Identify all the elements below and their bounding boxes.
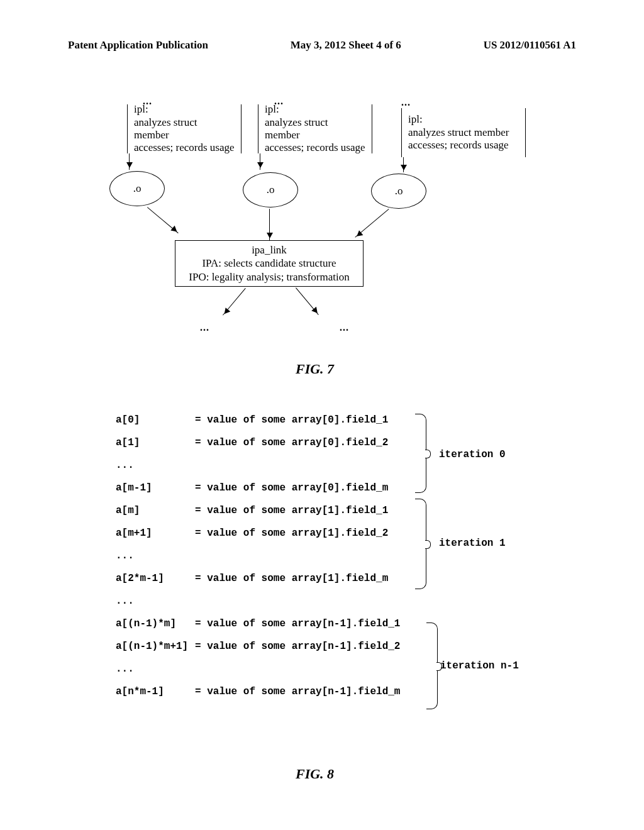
- arrow-down-icon: [403, 157, 404, 172]
- ipl-line1: ipl:: [265, 103, 365, 116]
- ipl-box: ipl: analyzes struct member accesses; re…: [401, 108, 526, 157]
- ipa-line3: IPO: legality analysis; transformation: [189, 270, 349, 284]
- code-row: a[m+1]= value of some array[1].field_2: [116, 528, 556, 538]
- code-lhs: a[0]: [116, 415, 195, 425]
- code-rhs: = value of some array[0].field_2: [195, 438, 388, 448]
- dots-icon: ...: [401, 97, 411, 108]
- ipl-line1: ipl:: [134, 103, 235, 116]
- brace-label: iteration 1: [439, 538, 506, 549]
- ipa-link-box: ipa_link IPA: selects candidate structur…: [175, 240, 364, 287]
- brace-icon: [426, 622, 438, 709]
- ipl-line3: accesses; records usage: [408, 139, 519, 152]
- code-lhs: a[(n-1)*m]: [116, 619, 195, 629]
- code-lhs: a[2*m-1]: [116, 573, 195, 584]
- arrow-down-icon: [260, 153, 260, 170]
- code-rhs: = value of some array[1].field_m: [195, 573, 388, 584]
- ipl-box: ipl: analyzes struct member accesses; re…: [258, 104, 372, 153]
- code-lhs: ...: [116, 664, 195, 674]
- code-lhs: ...: [116, 551, 195, 561]
- code-lhs: a[n*m-1]: [116, 687, 195, 697]
- code-rhs: = value of some array[1].field_2: [195, 528, 388, 538]
- arrow-connector-icon: [355, 209, 389, 238]
- figure-7-caption: FIG. 7: [296, 361, 334, 377]
- code-row: a[m-1]= value of some array[0].field_m: [116, 483, 556, 493]
- code-rhs: = value of some array[n-1].field_2: [195, 641, 400, 651]
- code-lhs: a[m+1]: [116, 528, 195, 538]
- code-row: ...: [116, 596, 556, 606]
- code-rhs: = value of some array[0].field_m: [195, 483, 388, 493]
- ipl-line2: analyzes struct member: [134, 116, 235, 142]
- code-lhs: a[(n-1)*m+1]: [116, 641, 195, 651]
- output-ellipse: .o: [109, 171, 165, 206]
- arrow-connector-icon: [296, 287, 319, 315]
- figure-8-caption: FIG. 8: [296, 766, 334, 782]
- arrow-connector-icon: [269, 209, 270, 240]
- code-row: a[m]= value of some array[1].field_1: [116, 506, 556, 516]
- arrow-connector-icon: [147, 207, 179, 233]
- code-row: a[0]= value of some array[0].field_1: [116, 415, 556, 425]
- code-lhs: a[m]: [116, 506, 195, 516]
- arrow-down-icon: [129, 153, 130, 170]
- header-left: Patent Application Publication: [68, 39, 208, 52]
- ipa-line2: IPA: selects candidate structure: [202, 257, 336, 270]
- ellipse-label: .o: [133, 182, 142, 195]
- ipl-line2: analyzes struct member: [408, 126, 519, 139]
- ellipse-label: .o: [267, 184, 275, 196]
- ellipse-label: .o: [395, 185, 403, 197]
- code-row: a[1]= value of some array[0].field_2: [116, 438, 556, 448]
- code-rhs: = value of some array[n-1].field_m: [195, 687, 400, 697]
- code-row: ...: [116, 460, 556, 470]
- code-rhs: = value of some array[1].field_1: [195, 506, 388, 516]
- output-ellipse: .o: [243, 172, 298, 208]
- code-rhs: = value of some array[n-1].field_1: [195, 619, 400, 629]
- code-row: ...: [116, 551, 556, 561]
- ipl-box: ipl: analyzes struct member accesses; re…: [127, 104, 242, 153]
- brace-icon: [415, 414, 426, 493]
- code-lhs: ...: [116, 460, 195, 470]
- code-lhs: ...: [116, 596, 195, 606]
- code-rhs: = value of some array[0].field_1: [195, 415, 388, 425]
- brace-icon: [415, 499, 426, 589]
- arrow-connector-icon: [223, 288, 246, 316]
- brace-label: iteration n-1: [440, 660, 519, 672]
- ipl-line2: analyzes struct member: [265, 116, 365, 142]
- code-row: a[2*m-1]= value of some array[1].field_m: [116, 573, 556, 584]
- dots-icon: ...: [340, 322, 349, 333]
- header-mid: May 3, 2012 Sheet 4 of 6: [291, 39, 401, 52]
- figure-7-diagram: ... ... ... ipl: analyzes struct member …: [101, 96, 579, 366]
- ipl-line3: accesses; records usage: [134, 141, 235, 154]
- ipa-line1: ipa_link: [252, 243, 287, 257]
- code-row: a[(n-1)*m+1]= value of some array[n-1].f…: [116, 641, 556, 651]
- code-row: a[n*m-1]= value of some array[n-1].field…: [116, 687, 556, 697]
- code-lhs: a[1]: [116, 438, 195, 448]
- header-right: US 2012/0110561 A1: [484, 39, 576, 52]
- ipl-line1: ipl:: [408, 113, 519, 126]
- page-header: Patent Application Publication May 3, 20…: [0, 0, 644, 52]
- brace-label: iteration 0: [439, 449, 506, 460]
- output-ellipse: .o: [371, 174, 426, 209]
- code-lhs: a[m-1]: [116, 483, 195, 493]
- code-row: a[(n-1)*m]= value of some array[n-1].fie…: [116, 619, 556, 629]
- dots-icon: ...: [200, 322, 209, 333]
- ipl-line3: accesses; records usage: [265, 141, 365, 154]
